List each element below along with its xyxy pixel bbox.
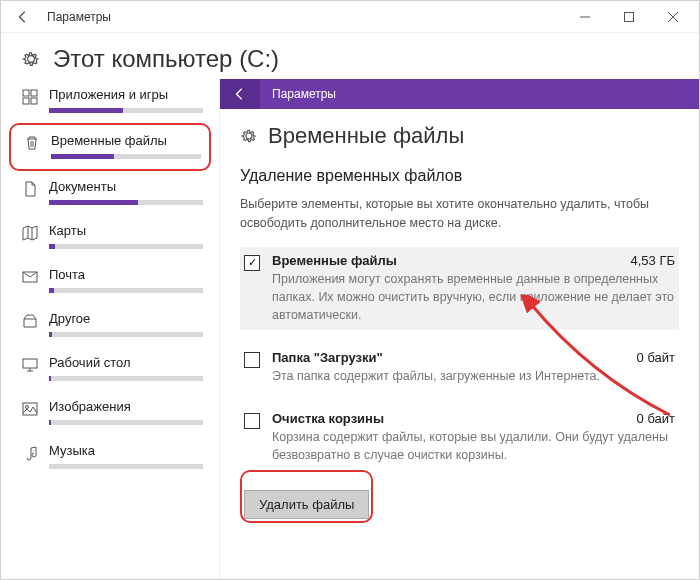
sidebar-item-label: Документы [49, 179, 203, 194]
content-heading-text: Временные файлы [268, 123, 464, 149]
option-desc: Корзина содержит файлы, которые вы удали… [272, 428, 675, 464]
sidebar-item-map[interactable]: Карты [9, 215, 211, 259]
sidebar-item-mail[interactable]: Почта [9, 259, 211, 303]
sidebar-item-label: Другое [49, 311, 203, 326]
images-icon [17, 399, 43, 417]
close-button[interactable] [651, 3, 695, 31]
usage-bar [51, 154, 201, 159]
usage-bar [49, 200, 203, 205]
option-row: Очистка корзины0 байтКорзина содержит фа… [240, 405, 679, 470]
option-row: Папка "Загрузки"0 байтЭта папка содержит… [240, 344, 679, 391]
svg-rect-5 [31, 98, 37, 104]
map-icon [17, 223, 43, 241]
option-size: 0 байт [637, 350, 675, 365]
content-pane: Параметры Временные файлы Удаление време… [219, 79, 699, 579]
usage-bar [49, 244, 203, 249]
sidebar-item-document[interactable]: Документы [9, 171, 211, 215]
trash-icon [19, 133, 45, 151]
gear-icon [240, 127, 258, 145]
minimize-icon [580, 12, 590, 22]
sub-title: Параметры [272, 87, 336, 101]
gear-icon [21, 49, 41, 69]
hint-text: Выберите элементы, которые вы хотите око… [240, 195, 679, 233]
option-size: 4,53 ГБ [631, 253, 675, 268]
close-icon [668, 12, 678, 22]
option-checkbox[interactable] [244, 255, 260, 271]
option-desc: Эта папка содержит файлы, загруженные из… [272, 367, 675, 385]
sidebar-item-other[interactable]: Другое [9, 303, 211, 347]
music-icon [17, 443, 43, 461]
delete-files-button[interactable]: Удалить файлы [244, 490, 369, 519]
usage-bar [49, 288, 203, 293]
option-checkbox[interactable] [244, 413, 260, 429]
document-icon [17, 179, 43, 197]
option-row: Временные файлы4,53 ГБПриложения могут с… [240, 247, 679, 330]
sidebar-item-desktop[interactable]: Рабочий стол [9, 347, 211, 391]
titlebar: Параметры [1, 1, 699, 33]
section-title: Удаление временных файлов [240, 167, 679, 185]
arrow-left-icon [16, 10, 30, 24]
apps-icon [17, 87, 43, 105]
window-title: Параметры [47, 10, 111, 24]
usage-bar [49, 376, 203, 381]
option-name: Очистка корзины [272, 411, 384, 426]
page-header: Этот компьютер (C:) [1, 33, 699, 79]
sidebar-item-apps[interactable]: Приложения и игры [9, 79, 211, 123]
option-size: 0 байт [637, 411, 675, 426]
svg-rect-4 [23, 98, 29, 104]
option-checkbox[interactable] [244, 352, 260, 368]
usage-bar [49, 108, 203, 113]
usage-bar [49, 332, 203, 337]
sidebar-item-label: Временные файлы [51, 133, 201, 148]
sidebar-item-label: Изображения [49, 399, 203, 414]
usage-bar [49, 464, 203, 469]
sidebar-item-music[interactable]: Музыка [9, 435, 211, 479]
sidebar-item-trash[interactable]: Временные файлы [9, 123, 211, 171]
svg-rect-2 [23, 90, 29, 96]
sidebar-item-images[interactable]: Изображения [9, 391, 211, 435]
back-button[interactable] [9, 3, 37, 31]
sidebar: Приложения и игрыВременные файлыДокумент… [1, 79, 219, 579]
minimize-button[interactable] [563, 3, 607, 31]
svg-point-9 [26, 406, 29, 409]
mail-icon [17, 267, 43, 285]
arrow-left-icon [233, 87, 247, 101]
svg-rect-7 [23, 359, 37, 368]
option-name: Папка "Загрузки" [272, 350, 383, 365]
sidebar-item-label: Карты [49, 223, 203, 238]
content-heading: Временные файлы [240, 123, 679, 149]
sub-back-button[interactable] [220, 79, 260, 109]
option-desc: Приложения могут сохранять временные дан… [272, 270, 675, 324]
other-icon [17, 311, 43, 329]
maximize-button[interactable] [607, 3, 651, 31]
sidebar-item-label: Почта [49, 267, 203, 282]
usage-bar [49, 420, 203, 425]
svg-rect-1 [625, 12, 634, 21]
maximize-icon [624, 12, 634, 22]
desktop-icon [17, 355, 43, 373]
page-title: Этот компьютер (C:) [53, 45, 279, 73]
sidebar-item-label: Приложения и игры [49, 87, 203, 102]
sub-titlebar: Параметры [220, 79, 699, 109]
sidebar-item-label: Рабочий стол [49, 355, 203, 370]
option-name: Временные файлы [272, 253, 397, 268]
svg-rect-3 [31, 90, 37, 96]
delete-button-highlight: Удалить файлы [240, 470, 373, 523]
sidebar-item-label: Музыка [49, 443, 203, 458]
